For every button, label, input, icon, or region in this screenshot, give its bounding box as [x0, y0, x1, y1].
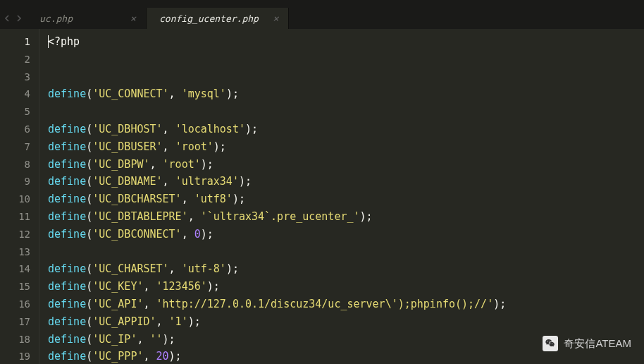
line-number: 3 — [0, 68, 30, 86]
watermark: 奇安信ATEAM — [543, 336, 631, 351]
close-icon[interactable]: × — [130, 13, 136, 24]
code-line: define('UC_DBUSER', 'root'); — [48, 138, 644, 156]
line-number: 9 — [0, 173, 30, 190]
line-number: 19 — [0, 348, 30, 364]
line-number: 14 — [0, 260, 30, 278]
code-line: define('UC_APPID', '1'); — [48, 313, 644, 331]
line-number: 15 — [0, 278, 30, 296]
line-number: 12 — [0, 226, 30, 243]
line-number-gutter: 12345678910111213141516171819 — [0, 29, 39, 364]
code-line: define('UC_API', 'http://127.0.0.1/discu… — [48, 296, 644, 313]
code-line — [48, 51, 644, 68]
code-line — [48, 243, 644, 261]
line-number: 16 — [0, 296, 30, 313]
code-line: define('UC_DBTABLEPRE', '`ultrax34`.pre_… — [48, 208, 644, 226]
code-line — [48, 68, 644, 86]
code-line: define('UC_CONNECT', 'mysql'); — [48, 85, 644, 103]
code-line: define('UC_DBHOST', 'localhost'); — [48, 121, 644, 138]
line-number: 10 — [0, 190, 30, 208]
line-number: 5 — [0, 103, 30, 121]
tab-config_ucenter-php[interactable]: config_ucenter.php× — [147, 8, 289, 29]
line-number: 1 — [0, 33, 30, 51]
close-icon[interactable]: × — [273, 13, 278, 24]
line-number: 8 — [0, 156, 30, 174]
window-titlebar — [0, 0, 644, 8]
code-line: define('UC_DBPW', 'root'); — [48, 156, 644, 174]
code-line: define('UC_DBCONNECT', 0); — [48, 226, 644, 243]
code-line: define('UC_KEY', '123456'); — [48, 278, 644, 296]
tab-nav — [0, 8, 27, 29]
editor: 12345678910111213141516171819 <?phpdefin… — [0, 29, 644, 364]
line-number: 18 — [0, 331, 30, 348]
line-number: 11 — [0, 208, 30, 226]
wechat-icon — [543, 336, 558, 351]
tab-label: uc.php — [39, 13, 73, 24]
line-number: 13 — [0, 243, 30, 261]
line-number: 17 — [0, 313, 30, 331]
line-number: 6 — [0, 121, 30, 138]
tab-uc-php[interactable]: uc.php× — [27, 8, 147, 29]
code-area[interactable]: <?phpdefine('UC_CONNECT', 'mysql');defin… — [39, 29, 644, 364]
tab-bar: uc.php×config_ucenter.php× — [0, 8, 644, 29]
code-line: define('UC_CHARSET', 'utf-8'); — [48, 260, 644, 278]
tab-nav-next-icon[interactable] — [16, 15, 23, 22]
watermark-text: 奇安信ATEAM — [564, 337, 631, 351]
tab-nav-prev-icon[interactable] — [4, 15, 11, 22]
code-line: define('UC_DBCHARSET', 'utf8'); — [48, 190, 644, 208]
line-number: 2 — [0, 51, 30, 68]
code-line: <?php — [48, 33, 644, 51]
line-number: 7 — [0, 138, 30, 156]
tab-label: config_ucenter.php — [159, 13, 259, 24]
code-line — [48, 103, 644, 121]
line-number: 4 — [0, 85, 30, 103]
code-line: define('UC_DBNAME', 'ultrax34'); — [48, 173, 644, 190]
